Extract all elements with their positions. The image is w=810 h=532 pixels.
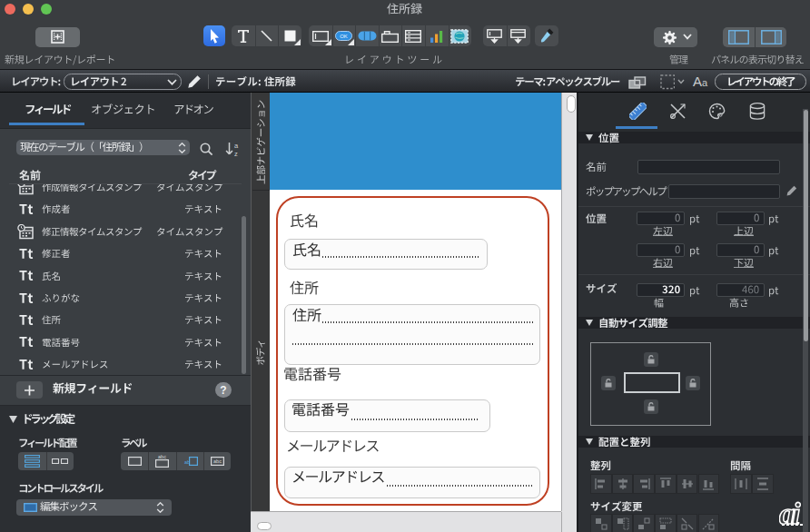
svg-text:z: z [234,149,238,156]
svg-text:abc: abc [158,454,166,459]
svg-text:abc: abc [213,458,222,464]
svg-text:OK: OK [340,34,348,39]
